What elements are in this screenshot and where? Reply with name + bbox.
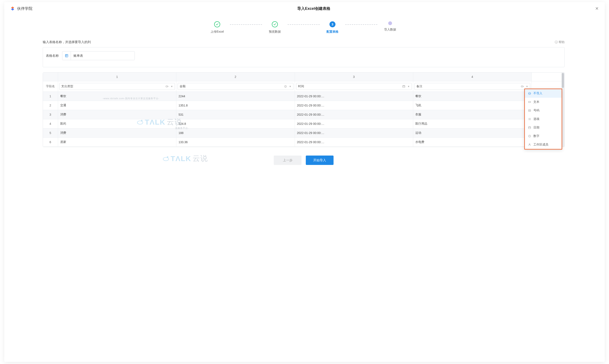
dropdown-option-text[interactable]: 文本 [525, 98, 562, 106]
table-cell: 水电费 [413, 138, 532, 147]
dropdown-option-number9[interactable]: 9数字 [525, 132, 562, 140]
check-icon [272, 21, 278, 27]
prev-button[interactable]: 上一步 [274, 156, 301, 165]
svg-point-38 [529, 143, 530, 145]
field-type-select-2[interactable]: 金额 9 ▼ [178, 83, 293, 90]
svg-rect-10 [403, 86, 405, 88]
step-label: 上传Excel [211, 30, 224, 34]
preview-grid: 1 2 3 4 字段名 支出类型 [43, 72, 565, 147]
field-type-dropdown: 不导入文本号码选项日期9数字工作区成员 [524, 89, 562, 150]
field-name: 备注 [416, 84, 521, 88]
col-num: 1 [58, 73, 176, 81]
table-icon [62, 52, 71, 60]
chevron-down-icon: ▼ [407, 85, 410, 88]
table-cell: 2022-01-29 00:00:… [295, 92, 413, 101]
table-cell: 2244 [176, 92, 295, 101]
watermark-sub: 流服务平台- [175, 127, 189, 130]
close-icon[interactable]: ✕ [595, 6, 599, 11]
dropdown-option-skip[interactable]: 不导入 [525, 89, 562, 98]
step-upload-excel: 上传Excel [204, 21, 230, 34]
person-icon [528, 143, 531, 146]
field-name: 时间 [298, 84, 403, 88]
field-type-select-3[interactable]: 时间 ▼ [296, 83, 412, 90]
table-cell: 1351.8 [176, 101, 295, 110]
scroll-region[interactable]: 上传Excel 预览数据 3 配置表格 导入数据 [4, 15, 603, 362]
table-row: 6居家133.362022-01-29 00:00:…水电费 [43, 138, 561, 147]
number-type-icon: 9 [284, 85, 287, 88]
table-cell: 医药 [58, 119, 176, 129]
svg-point-31 [528, 120, 529, 120]
dropdown-option-person[interactable]: 工作区成员 [525, 140, 562, 149]
col-num: 3 [295, 73, 413, 81]
step-label: 配置表格 [326, 30, 338, 34]
table-cell: 2022-01-29 00:00:… [295, 129, 413, 138]
table-row: 4医药224.82022-01-29 00:00:…医疗用品 [43, 119, 561, 129]
field-type-select-1[interactable]: 支出类型 ▼ [59, 83, 175, 90]
table-cell: 2022-01-29 00:00:… [295, 110, 413, 119]
section-top: 输入表格名称，并选择要导入的列 ⓘ 帮助 [43, 40, 565, 44]
stepper: 上传Excel 预览数据 3 配置表格 导入数据 [43, 21, 565, 34]
blank-col [531, 73, 561, 81]
col-num: 4 [413, 73, 532, 81]
field-header: 字段名 [43, 81, 58, 92]
table-cell: 居家 [58, 138, 176, 147]
brand-logo-icon [10, 6, 15, 11]
table-cell: 交通 [58, 101, 176, 110]
number9-icon: 9 [528, 135, 531, 138]
table-name-field [62, 51, 135, 60]
table-cell: 飞机 [413, 101, 532, 110]
start-import-button[interactable]: 开始导入 [306, 156, 334, 165]
svg-point-30 [528, 119, 529, 119]
table-name-label: 表格名称 [46, 54, 59, 58]
table-cell: 2022-01-29 00:00:… [295, 119, 413, 129]
section-hint: 输入表格名称，并选择要导入的列 [43, 40, 91, 44]
skip-icon [528, 92, 531, 95]
svg-rect-0 [65, 54, 68, 57]
modal-footer: 上一步 开始导入 [43, 147, 565, 171]
modal-header: 伙伴学院 导入Excel创建表格 ✕ [4, 2, 605, 15]
number-icon [528, 109, 531, 112]
table-cell: 消费 [58, 129, 176, 138]
step-import-data: 导入数据 [377, 21, 403, 32]
text-type-icon [521, 85, 524, 88]
table-cell: 188 [176, 129, 295, 138]
field-name: 金额 [180, 84, 284, 88]
dropdown-option-label: 数字 [533, 134, 539, 138]
dropdown-option-label: 号码 [533, 109, 539, 112]
svg-text:9: 9 [285, 86, 286, 87]
step-label: 导入数据 [384, 28, 396, 32]
dropdown-option-label: 不导入 [533, 91, 542, 95]
row-index: 5 [43, 129, 58, 138]
table-row: 2交通1351.82022-01-29 00:00:…飞机 [43, 101, 561, 110]
svg-rect-14 [521, 86, 523, 87]
row-index: 2 [43, 101, 58, 110]
help-text: 帮助 [559, 40, 565, 44]
table-row: 3消费5312022-01-29 00:00:…衣服 [43, 110, 561, 119]
row-index: 3 [43, 110, 58, 119]
step-configure-table: 3 配置表格 [320, 21, 345, 34]
check-icon [214, 21, 220, 27]
table-cell: 2022-01-29 00:00:… [295, 138, 413, 147]
dropdown-option-label: 文本 [533, 100, 539, 104]
step-preview-data: 预览数据 [262, 21, 288, 34]
step-number: 3 [329, 21, 336, 27]
dropdown-option-date[interactable]: 日期 [525, 123, 562, 132]
table-cell: 224.8 [176, 119, 295, 129]
dropdown-option-number[interactable]: 号码 [525, 106, 562, 115]
grid-scrollbar-thumb[interactable] [562, 73, 564, 88]
step-label: 预览数据 [269, 30, 281, 34]
table-name-input[interactable] [71, 52, 135, 60]
import-modal: 伙伴学院 导入Excel创建表格 ✕ 上传Excel 预览数据 [4, 2, 605, 362]
row-index: 4 [43, 119, 58, 129]
help-link[interactable]: ⓘ 帮助 [555, 40, 565, 44]
modal-title: 导入Excel创建表格 [297, 6, 330, 11]
chevron-down-icon: ▼ [289, 85, 291, 88]
table-name-box: 表格名称 TΛLK云说 -www.idctalk.com-国内专业云计算交流服务… [43, 47, 565, 67]
table-cell: 运动 [413, 129, 532, 138]
table-cell: 消费 [58, 110, 176, 119]
field-name-row: 字段名 支出类型 ▼ [43, 81, 561, 92]
column-number-row: 1 2 3 4 [43, 73, 561, 81]
chevron-down-icon: ▼ [171, 85, 173, 88]
dropdown-option-list[interactable]: 选项 [525, 115, 562, 123]
field-type-select-4[interactable]: 备注 ▼ [415, 83, 530, 90]
